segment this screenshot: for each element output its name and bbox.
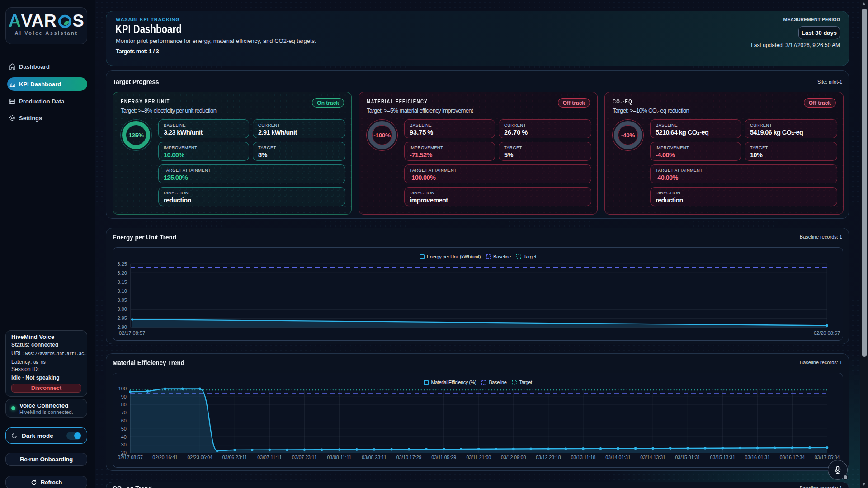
svg-text:100: 100 (118, 386, 127, 391)
svg-text:02/20 16:41: 02/20 16:41 (152, 455, 178, 460)
svg-text:70: 70 (121, 410, 127, 415)
svg-text:03/15 01:31: 03/15 01:31 (675, 455, 700, 460)
svg-text:03/13 11:18: 03/13 11:18 (571, 455, 596, 460)
svg-text:03/14 13:31: 03/14 13:31 (640, 455, 665, 460)
svg-text:3.10: 3.10 (118, 288, 127, 294)
svg-text:3.05: 3.05 (118, 297, 127, 303)
svg-text:40: 40 (121, 434, 127, 440)
svg-text:03/15 13:31: 03/15 13:31 (710, 455, 736, 460)
svg-text:02/17 08:57: 02/17 08:57 (119, 330, 145, 336)
svg-text:3.20: 3.20 (118, 270, 127, 276)
svg-text:03/08 23:11: 03/08 23:11 (362, 455, 387, 460)
svg-text:03/07 11:11: 03/07 11:11 (257, 455, 282, 460)
svg-text:2.90: 2.90 (118, 324, 127, 330)
svg-text:90: 90 (121, 394, 127, 399)
svg-text:80: 80 (121, 402, 127, 407)
svg-text:2.95: 2.95 (118, 315, 127, 321)
svg-text:03/11 21:00: 03/11 21:00 (466, 455, 491, 460)
svg-text:03/14 01:31: 03/14 01:31 (605, 455, 631, 460)
svg-text:03/06 23:11: 03/06 23:11 (222, 455, 247, 460)
svg-text:50: 50 (121, 426, 127, 432)
svg-text:03/17 05:34: 03/17 05:34 (815, 455, 840, 460)
svg-text:03/12 23:18: 03/12 23:18 (536, 455, 561, 460)
svg-text:03/08 11:11: 03/08 11:11 (327, 455, 351, 460)
svg-text:03/10 17:29: 03/10 17:29 (396, 455, 422, 460)
svg-text:3.00: 3.00 (118, 306, 127, 312)
svg-text:03/12 09:00: 03/12 09:00 (501, 455, 526, 460)
svg-text:02/20 08:57: 02/20 08:57 (814, 330, 840, 336)
svg-text:60: 60 (121, 418, 127, 423)
svg-text:30: 30 (121, 442, 127, 447)
svg-text:03/11 05:29: 03/11 05:29 (431, 455, 456, 460)
svg-text:03/16 01:31: 03/16 01:31 (745, 455, 770, 460)
svg-text:3.25: 3.25 (118, 261, 127, 267)
svg-text:02/23 06:04: 02/23 06:04 (187, 455, 212, 460)
svg-text:03/07 23:11: 03/07 23:11 (292, 455, 317, 460)
svg-text:02/17 08:57: 02/17 08:57 (118, 455, 143, 460)
svg-text:03/16 17:34: 03/16 17:34 (780, 455, 805, 460)
svg-text:3.15: 3.15 (118, 279, 127, 285)
